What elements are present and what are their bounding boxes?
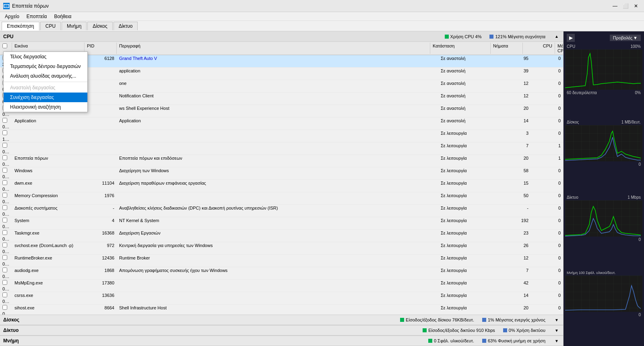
tab-cpu[interactable]: CPU [40,22,61,30]
context-menu-item-2[interactable]: Ανάλυση αλυσίδας αναμονής... [4,71,87,81]
col-avgcpu: Μέσο CPU [555,43,563,54]
table-row[interactable]: audiodg.exe1868Απομόνωση γραφήματος συσκ… [0,267,563,280]
process-cpu: 0 [531,80,563,86]
row-checkbox[interactable] [2,255,7,260]
process-cpu: 0 [531,230,563,236]
tab-disk[interactable]: Δίσκος [87,22,112,30]
process-desc: Shell Infrastructure Host [117,305,438,311]
context-menu-item-4[interactable]: Συνέχιση διεργασίας [4,93,87,102]
process-status: Σε λειτουργία [438,155,499,161]
process-status: Σε λειτουργία [438,268,499,273]
col-threads: Νήματα [491,43,523,54]
tab-overview[interactable]: Επισκόπηση [2,22,39,31]
context-menu-item-0[interactable]: Τέλος διεργασίας [4,52,87,62]
process-name: Application [12,118,85,124]
network-collapse-btn[interactable]: ▼ [553,327,560,334]
app-icon [3,3,10,9]
table-row[interactable]: Σε λειτουργία301.13 [0,130,563,142]
disk-collapse-btn[interactable]: ▼ [553,317,560,323]
tabs-bar: Επισκόπηση CPU Μνήμη Δίσκος Δίκτυο [0,21,644,31]
right-panel-nav-btn[interactable]: ▶ [567,34,575,42]
select-all-checkbox[interactable] [2,43,7,48]
table-row[interactable]: Memory Compression1976Σε λειτουργία5000.… [0,192,563,205]
process-cpu: 0 [531,280,563,286]
table-row[interactable]: csrss.exe13636Σε λειτουργία1400.09 [0,292,563,305]
table-row[interactable]: RuntimeBroker.exe12436Runtime BrokerΣε λ… [0,255,563,267]
row-checkbox[interactable] [2,280,7,285]
process-status: Σε λειτουργία [438,218,499,223]
memory-chart-bottom: 0 [565,312,642,318]
process-avgcpu: 0.10 [0,286,12,292]
disk-stat1: Είσοδος/έξοδος δίσκου 76ΚΒ/δευτ. [400,317,474,322]
row-checkbox[interactable] [2,205,7,210]
memory-collapse-btn[interactable]: ▼ [553,338,560,344]
main-content: CPU Χρήση CPU 4% 121% Μέγιστη συχνότητα … [0,31,644,346]
table-row[interactable]: Διακοπές συστήματος-Αναβληθείσες κλήσεις… [0,205,563,217]
menu-file[interactable]: Αρχείο [2,13,23,20]
row-checkbox[interactable] [2,130,7,135]
table-row[interactable]: Σε λειτουργία710.73 [0,142,563,155]
process-avgcpu: 0.36 [0,174,12,179]
right-panel: ▶ Προβολές ▼ CPU 100% [564,31,644,346]
menu-monitor[interactable]: Εποπτεία [23,13,50,20]
tab-memory[interactable]: Μνήμη [62,22,87,30]
memory-label: Μνήμη [3,338,19,344]
row-checkbox[interactable] [2,155,7,160]
row-checkbox[interactable] [2,230,7,235]
row-checkbox[interactable] [2,243,7,247]
table-row[interactable]: ApplicationApplicationΣε αναστολή1400.00 [0,117,563,130]
process-pid [85,170,117,171]
process-name: Διακοπές συστήματος [12,205,85,211]
process-desc: ws Shell Experience Host [117,105,438,111]
process-threads: 14 [499,118,531,124]
context-menu-item-1[interactable]: Τερματισμός δέντρου διεργασιών [4,62,87,71]
context-menu-item-5[interactable]: Ηλεκτρονική αναζήτηση [4,102,87,112]
process-desc: Αναβληθείσες κλήσεις διαδικασιών (DPC) κ… [117,205,438,211]
process-status: Σε λειτουργία [438,130,499,136]
table-row[interactable]: Εποπτεία πόρωνΕποπτεία πόρων και επιδόσε… [0,155,563,167]
process-cpu: 0 [531,56,563,61]
row-checkbox[interactable] [2,268,7,272]
row-checkbox[interactable] [2,218,7,222]
network-section-header[interactable]: Δίκτυο Είσοδος/έξοδος δικτύου 910 Kbps 0… [0,325,563,336]
disk-section-header[interactable]: Δίσκος Είσοδος/έξοδος δίσκου 76ΚΒ/δευτ. … [0,315,563,325]
cpu-section-header[interactable]: CPU Χρήση CPU 4% 121% Μέγιστη συχνότητα … [0,31,563,42]
process-threads: 3 [499,130,531,136]
cpu-stat1: Χρήση CPU 4% [445,34,482,39]
process-avgcpu: 0.27 [0,211,12,217]
cpu-collapse-btn[interactable]: ▲ [553,33,560,40]
network-dot2 [503,328,507,332]
row-checkbox[interactable] [2,193,7,198]
table-row[interactable]: WindowsΔιαχείρηση των WindowsΣε λειτουργ… [0,167,563,180]
row-checkbox[interactable] [2,305,7,310]
right-panel-views-btn[interactable]: Προβολές ▼ [610,35,641,41]
process-status: Σε λειτουργία [438,143,499,148]
maximize-button[interactable]: ⬜ [621,2,630,10]
process-desc: Runtime Broker [117,255,438,261]
process-cpu: 1 [531,143,563,148]
table-row[interactable]: System4NT Kernel & SystemΣε λειτουργία19… [0,217,563,230]
minimize-button[interactable]: — [610,2,620,10]
tab-network[interactable]: Δίκτυο [114,22,138,30]
memory-dot2 [482,339,486,343]
process-threads: 7 [499,268,531,273]
memory-section-header[interactable]: Μνήμη 0 Σφάλ. υλικού/δευτ. 63% Φυσική μν… [0,336,563,346]
process-threads: 26 [499,243,531,248]
row-checkbox[interactable] [2,118,7,123]
process-cpu: 0 [531,292,563,298]
close-button[interactable]: ✕ [631,2,641,10]
table-row[interactable]: MsMpEng.exe17380Σε λειτουργία4200.10 [0,280,563,292]
row-checkbox[interactable] [2,292,7,297]
row-checkbox[interactable] [2,168,7,173]
menu-help[interactable]: Βοήθεια [51,13,74,20]
row-checkbox[interactable] [2,180,7,185]
table-row[interactable]: svchost.exe (DcomLaunch -p)972Κεντρική δ… [0,242,563,255]
svg-rect-6 [565,276,641,312]
table-row[interactable]: dwm.exe11104Διαχείριση παραθύρων επιφάνε… [0,180,563,192]
process-cpu: 0 [531,243,563,248]
process-threads: 50 [499,193,531,198]
table-row[interactable]: Taskmgr.exe16368Διαχείριση ΕργασιώνΣε λε… [0,230,563,242]
table-row[interactable]: sihost.exe8664Shell Infrastructure HostΣ… [0,305,563,315]
process-pid [85,95,117,96]
row-checkbox[interactable] [2,143,7,148]
